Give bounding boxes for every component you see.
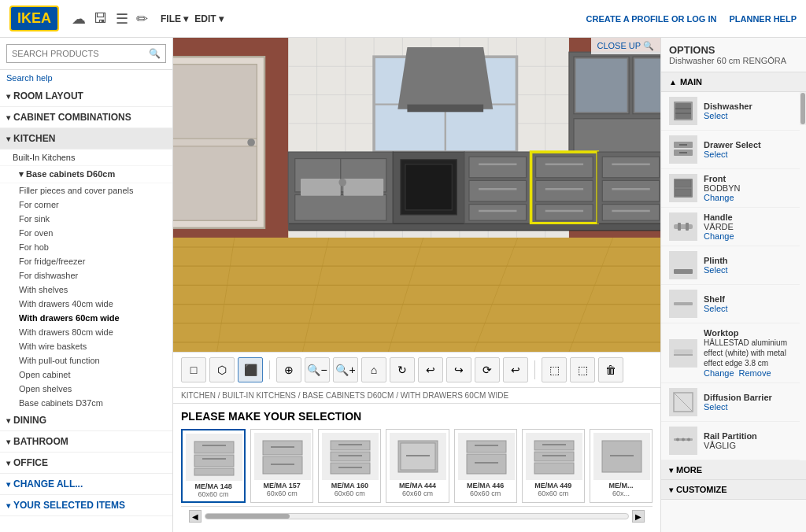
tool-2d[interactable]: □ [181, 357, 206, 382]
main-section-header[interactable]: ▲ MAIN [661, 72, 806, 92]
list-item[interactable]: ME/MA 160 60x60 cm [318, 429, 381, 503]
more-section-header[interactable]: ▾ MORE [661, 460, 806, 480]
list-item[interactable]: ME/MA 446 60x60 cm [454, 429, 517, 503]
nav-filler-pieces[interactable]: Filler pieces and cover panels [0, 183, 172, 198]
tool-3d[interactable]: ⬡ [209, 357, 235, 382]
handle-change[interactable]: Change [704, 231, 792, 241]
nav-for-fridge[interactable]: For fridge/freezer [0, 254, 172, 268]
svg-rect-127 [674, 354, 693, 356]
nav-selected-items[interactable]: ▾ YOUR SELECTED ITEMS [0, 495, 172, 516]
nav-kitchen[interactable]: ▾ KITCHEN [0, 128, 172, 150]
tool-home[interactable]: ⌂ [361, 357, 386, 382]
nav-wire-baskets[interactable]: With wire baskets [0, 339, 172, 353]
nav-for-sink[interactable]: For sink [0, 212, 172, 226]
item-image [322, 433, 379, 480]
svg-rect-78 [301, 179, 341, 196]
search-input-wrap: 🔍 [6, 44, 166, 63]
rail-icon [669, 427, 697, 455]
tool-perspective[interactable]: ⬛ [238, 357, 263, 382]
scroll-left-arrow[interactable]: ◀ [189, 510, 202, 523]
tool-zoom-in[interactable]: 🔍+ [333, 357, 358, 382]
search-input[interactable] [12, 49, 149, 58]
nav-with-shelves[interactable]: With shelves [0, 283, 172, 297]
plinth-select[interactable]: Select [704, 265, 792, 275]
list-icon[interactable]: ☰ [116, 10, 128, 28]
item-size: 60x60 cm [526, 490, 581, 497]
right-header: OPTIONS Dishwasher 60 cm RENGÖRA [661, 38, 806, 72]
create-profile-link[interactable]: CREATE A PROFILE OR LOG IN [586, 14, 717, 24]
nav-for-dishwasher[interactable]: For dishwasher [0, 268, 172, 283]
tool-back[interactable]: ↩ [503, 357, 528, 382]
search-icon[interactable]: 🔍 [149, 48, 161, 59]
nav-drawers-60[interactable]: With drawers 60cm wide [0, 311, 172, 325]
nav-for-corner[interactable]: For corner [0, 198, 172, 212]
front-change[interactable]: Change [704, 193, 792, 202]
customize-section-header[interactable]: ▾ CUSTOMIZE [661, 480, 806, 500]
nav-office[interactable]: ▾ OFFICE [0, 453, 172, 474]
nav-open-cabinet[interactable]: Open cabinet [0, 368, 172, 382]
nav-for-hob[interactable]: For hob [0, 240, 172, 254]
worktop-remove[interactable]: Remove [739, 368, 771, 378]
option-dishwasher: Dishwasher Select [661, 92, 800, 131]
search-box: 🔍 [0, 38, 172, 70]
tool-rotate[interactable]: ↻ [390, 357, 415, 382]
nav-drawers-40[interactable]: With drawers 40cm wide [0, 297, 172, 311]
svg-rect-34 [173, 65, 257, 139]
upload-icon[interactable]: ☁ [72, 10, 86, 28]
tool-delete[interactable]: 🗑 [598, 357, 623, 382]
file-menu[interactable]: FILE ▾ [161, 13, 188, 24]
option-plinth: Plinth Select [661, 246, 800, 285]
svg-rect-51 [295, 195, 386, 221]
selection-items: ME/MA 148 60x60 cm ME/MA 157 60x60 cm [181, 429, 653, 506]
top-bar-right: CREATE A PROFILE OR LOG IN PLANNER HELP [586, 14, 797, 24]
nav-room-layout[interactable]: ▾ ROOM LAYOUT [0, 86, 172, 107]
nav-built-in-kitchens[interactable]: Built-In Kitchens [0, 150, 172, 166]
toolbar: □ ⬡ ⬛ ⊕ 🔍− 🔍+ ⌂ ↻ ↩ ↪ ⟳ ↩ ⬚ ⬚ 🗑 [173, 352, 660, 388]
nav-pull-out[interactable]: With pull-out function [0, 353, 172, 368]
tool-rotate2[interactable]: ⟳ [475, 357, 500, 382]
tool-undo[interactable]: ↩ [418, 357, 443, 382]
nav-cabinet-combinations[interactable]: ▾ CABINET COMBINATIONS [0, 107, 172, 128]
svg-rect-99 [467, 441, 506, 453]
plinth-icon [669, 251, 697, 279]
scroll-track[interactable] [205, 513, 629, 519]
save-icon[interactable]: 🖫 [94, 10, 108, 27]
option-info: Front BODBYN Change [704, 174, 792, 202]
list-item[interactable]: ME/MA 449 60x60 cm [522, 429, 585, 503]
search-help[interactable]: Search help [0, 70, 172, 86]
nav-drawers-80[interactable]: With drawers 80cm wide [0, 325, 172, 339]
shelf-select[interactable]: Select [704, 304, 792, 313]
tool-zoom-out[interactable]: 🔍− [305, 357, 330, 382]
dishwasher-select[interactable]: Select [704, 111, 792, 120]
nav-base-d60[interactable]: ▾ Base cabinets D60cm [0, 166, 172, 183]
item-label: ME/MA 157 [254, 482, 309, 490]
nav-dining[interactable]: ▾ DINING [0, 410, 172, 431]
worktop-change[interactable]: Change [704, 368, 734, 378]
drawer-select[interactable]: Select [704, 150, 792, 159]
list-item[interactable]: ME/MA 444 60x60 cm [386, 429, 449, 503]
planner-help-link[interactable]: PLANNER HELP [729, 14, 797, 24]
diffusion-select[interactable]: Select [704, 402, 792, 412]
nav-base-d37[interactable]: Base cabinets D37cm [0, 396, 172, 410]
right-scroll-track[interactable] [800, 92, 806, 125]
list-item[interactable]: ME/MA 148 60x60 cm [181, 429, 246, 503]
list-item[interactable]: ME/M... 60x... [590, 429, 653, 503]
option-name: Dishwasher [704, 102, 792, 111]
svg-rect-82 [194, 455, 234, 467]
svg-rect-71 [602, 157, 660, 178]
nav-change-all[interactable]: ▾ CHANGE ALL... [0, 474, 172, 495]
close-up-button[interactable]: CLOSE UP 🔍 [591, 38, 661, 54]
tool-copy[interactable]: ⬚ [542, 357, 567, 382]
edit-pencil-icon[interactable]: ✏ [136, 10, 148, 28]
tool-redo[interactable]: ↪ [446, 357, 471, 382]
list-item[interactable]: ME/MA 157 60x60 cm [250, 429, 313, 503]
nav-for-oven[interactable]: For oven [0, 226, 172, 240]
scroll-right-arrow[interactable]: ▶ [632, 510, 645, 523]
svg-rect-122 [678, 223, 681, 231]
tool-paste[interactable]: ⬚ [570, 357, 595, 382]
nav-bathroom[interactable]: ▾ BATHROOM [0, 431, 172, 453]
nav-open-shelves[interactable]: Open shelves [0, 382, 172, 396]
tool-fit[interactable]: ⊕ [276, 357, 301, 382]
options-subtitle: Dishwasher 60 cm RENGÖRA [669, 56, 798, 65]
edit-menu[interactable]: EDIT ▾ [194, 13, 224, 24]
